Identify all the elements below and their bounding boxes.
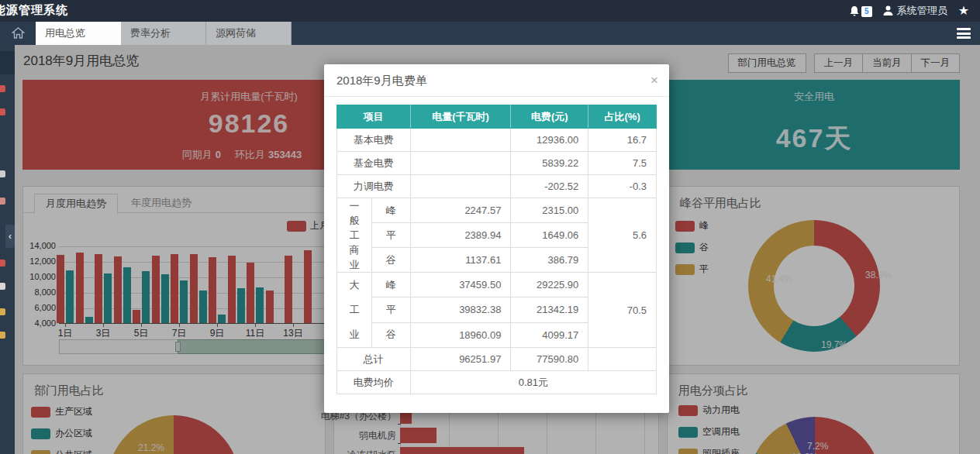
notifications-button[interactable]: 5 [849,5,872,17]
tab-rate-analysis[interactable]: 费率分析 [121,22,206,45]
sidebar-icon-fragment [0,332,5,339]
dialog-title: 2018年9月电费单 [336,74,427,87]
sidebar-icon-fragment [0,85,5,92]
sidebar-icon-fragment [0,308,5,315]
notification-badge: 5 [861,6,872,17]
bill-row-general-peak: 一 般 工 商 业 峰 2247.57 2315.00 5.6 [337,198,657,223]
dialog-header: 2018年9月电费单 × [324,64,669,97]
bell-icon [849,5,860,17]
favorite-star-icon[interactable]: ★ [958,5,969,17]
bill-row-total: 总计 96251.97 77590.80 [337,348,657,371]
bill-row-fund: 基金电费 5839.227.5 [337,152,657,175]
home-tab[interactable] [0,22,36,45]
sidebar-icon-fragment [0,283,5,290]
sidebar-icon-fragment [0,198,5,205]
app-title: 能源管理系统 [0,3,68,18]
user-menu[interactable]: 系统管理员 [883,4,947,18]
navbar-right: 5 系统管理员 ★ [849,0,969,22]
sidebar-icon-fragment [0,260,5,267]
bill-row-industry-peak: 大 工 业 峰 37459.50 29225.90 70.5 [337,273,657,298]
collapsed-sidebar: ‹ [0,22,15,454]
user-icon [883,5,893,16]
top-navbar: 能源管理系统 5 系统管理员 ★ [0,0,980,22]
tab-source-grid[interactable]: 源网荷储 [206,22,292,45]
bill-table: 项目 电量(千瓦时) 电费(元) 占比(%) 基本电费 12936.0016.7… [336,105,657,394]
home-icon [12,27,25,40]
bill-row-basic: 基本电费 12936.0016.7 [337,129,657,152]
bill-row-power-factor: 力调电费 -202.52-0.3 [337,175,657,198]
menu-hamburger-icon[interactable] [957,28,971,39]
sidebar-collapse-handle[interactable]: ‹ [5,225,15,248]
tab-power-overview[interactable]: 用电总览 [36,22,121,45]
user-name: 系统管理员 [897,4,947,18]
sidebar-icon-fragment [0,170,5,177]
sidebar-icon-fragment [0,108,5,115]
electricity-bill-dialog: 2018年9月电费单 × 项目 电量(千瓦时) 电费(元) 占比(%) 基本电费… [324,64,669,413]
tab-bar: 用电总览 费率分析 源网荷储 [0,22,980,45]
bill-header-row: 项目 电量(千瓦时) 电费(元) 占比(%) [337,105,657,129]
sidebar-active-item[interactable] [0,51,15,74]
bill-row-average: 电费均价 0.81元 [337,371,657,394]
dialog-close-icon[interactable]: × [650,64,658,97]
